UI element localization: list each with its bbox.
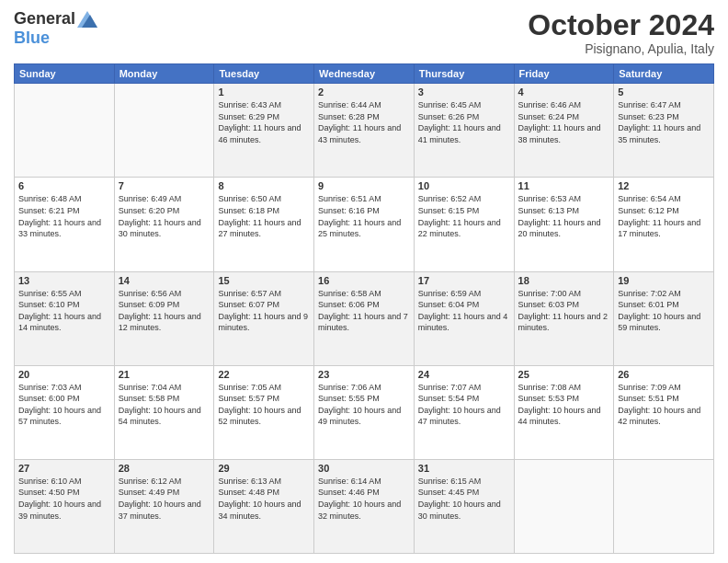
day-info: Sunrise: 6:10 AM Sunset: 4:50 PM Dayligh… (18, 476, 110, 522)
day-number: 21 (119, 369, 210, 380)
day-number: 17 (418, 275, 510, 286)
calendar-cell: 28Sunrise: 6:12 AM Sunset: 4:49 PM Dayli… (114, 459, 214, 553)
calendar-cell (114, 84, 214, 178)
day-number: 31 (418, 463, 510, 474)
calendar-cell: 16Sunrise: 6:58 AM Sunset: 6:06 PM Dayli… (314, 271, 415, 365)
day-number: 9 (318, 180, 410, 191)
day-number: 18 (518, 275, 610, 286)
calendar-cell: 24Sunrise: 7:07 AM Sunset: 5:54 PM Dayli… (414, 365, 514, 459)
calendar-table: SundayMondayTuesdayWednesdayThursdayFrid… (14, 63, 714, 554)
calendar-cell: 27Sunrise: 6:10 AM Sunset: 4:50 PM Dayli… (15, 459, 115, 553)
calendar-week-3: 13Sunrise: 6:55 AM Sunset: 6:10 PM Dayli… (15, 271, 714, 365)
calendar-cell (614, 459, 714, 553)
day-number: 10 (418, 180, 510, 191)
calendar-header-tuesday: Tuesday (214, 64, 314, 84)
day-number: 14 (119, 275, 210, 286)
day-number: 26 (618, 369, 710, 380)
calendar-header-monday: Monday (114, 64, 214, 84)
calendar-week-1: 1Sunrise: 6:43 AM Sunset: 6:29 PM Daylig… (15, 84, 714, 178)
calendar-week-2: 6Sunrise: 6:48 AM Sunset: 6:21 PM Daylig… (15, 178, 714, 271)
day-number: 23 (318, 369, 410, 380)
calendar-cell: 14Sunrise: 6:56 AM Sunset: 6:09 PM Dayli… (114, 271, 214, 365)
calendar-cell: 8Sunrise: 6:50 AM Sunset: 6:18 PM Daylig… (214, 178, 314, 271)
day-number: 25 (518, 369, 610, 380)
day-number: 12 (618, 180, 710, 191)
calendar-cell: 26Sunrise: 7:09 AM Sunset: 5:51 PM Dayli… (614, 365, 714, 459)
calendar-cell (514, 459, 614, 553)
month-title: October 2024 (528, 9, 714, 41)
calendar-cell: 19Sunrise: 7:02 AM Sunset: 6:01 PM Dayli… (614, 271, 714, 365)
day-number: 20 (18, 369, 110, 380)
day-info: Sunrise: 7:06 AM Sunset: 5:55 PM Dayligh… (318, 382, 410, 428)
calendar-cell: 21Sunrise: 7:04 AM Sunset: 5:58 PM Dayli… (114, 365, 214, 459)
calendar-header-sunday: Sunday (15, 64, 115, 84)
calendar-cell: 12Sunrise: 6:54 AM Sunset: 6:12 PM Dayli… (614, 178, 714, 271)
day-info: Sunrise: 6:48 AM Sunset: 6:21 PM Dayligh… (18, 193, 110, 239)
logo: General Blue (14, 9, 97, 48)
day-info: Sunrise: 6:46 AM Sunset: 6:24 PM Dayligh… (518, 99, 610, 145)
day-info: Sunrise: 7:09 AM Sunset: 5:51 PM Dayligh… (618, 382, 710, 428)
logo-blue-text: Blue (14, 29, 50, 48)
title-section: October 2024 Pisignano, Apulia, Italy (528, 9, 714, 56)
calendar-header-thursday: Thursday (414, 64, 514, 84)
calendar-week-5: 27Sunrise: 6:10 AM Sunset: 4:50 PM Dayli… (15, 459, 714, 553)
day-info: Sunrise: 6:52 AM Sunset: 6:15 PM Dayligh… (418, 193, 510, 239)
day-number: 22 (218, 369, 310, 380)
day-number: 1 (218, 86, 310, 98)
day-number: 27 (18, 463, 110, 474)
header: General Blue October 2024 Pisignano, Apu… (14, 9, 714, 56)
calendar-cell: 15Sunrise: 6:57 AM Sunset: 6:07 PM Dayli… (214, 271, 314, 365)
calendar-cell: 4Sunrise: 6:46 AM Sunset: 6:24 PM Daylig… (514, 84, 614, 178)
calendar-header-wednesday: Wednesday (314, 64, 415, 84)
day-number: 7 (119, 180, 210, 191)
calendar-cell: 31Sunrise: 6:15 AM Sunset: 4:45 PM Dayli… (414, 459, 514, 553)
calendar-cell: 20Sunrise: 7:03 AM Sunset: 6:00 PM Dayli… (15, 365, 115, 459)
calendar-cell: 11Sunrise: 6:53 AM Sunset: 6:13 PM Dayli… (514, 178, 614, 271)
calendar-header-friday: Friday (514, 64, 614, 84)
day-number: 19 (618, 275, 710, 286)
calendar-week-4: 20Sunrise: 7:03 AM Sunset: 6:00 PM Dayli… (15, 365, 714, 459)
day-info: Sunrise: 6:55 AM Sunset: 6:10 PM Dayligh… (18, 288, 110, 334)
day-info: Sunrise: 7:07 AM Sunset: 5:54 PM Dayligh… (418, 382, 510, 428)
day-number: 13 (18, 275, 110, 286)
day-info: Sunrise: 6:54 AM Sunset: 6:12 PM Dayligh… (618, 193, 710, 239)
calendar-cell: 29Sunrise: 6:13 AM Sunset: 4:48 PM Dayli… (214, 459, 314, 553)
calendar-cell: 9Sunrise: 6:51 AM Sunset: 6:16 PM Daylig… (314, 178, 415, 271)
calendar-cell (15, 84, 115, 178)
calendar-cell: 18Sunrise: 7:00 AM Sunset: 6:03 PM Dayli… (514, 271, 614, 365)
day-number: 29 (218, 463, 310, 474)
logo-general-text: General (14, 9, 75, 29)
day-info: Sunrise: 6:59 AM Sunset: 6:04 PM Dayligh… (418, 288, 510, 334)
day-info: Sunrise: 6:58 AM Sunset: 6:06 PM Dayligh… (318, 288, 410, 334)
calendar-cell: 13Sunrise: 6:55 AM Sunset: 6:10 PM Dayli… (15, 271, 115, 365)
day-info: Sunrise: 7:03 AM Sunset: 6:00 PM Dayligh… (18, 382, 110, 428)
day-info: Sunrise: 6:47 AM Sunset: 6:23 PM Dayligh… (618, 99, 710, 145)
day-number: 6 (18, 180, 110, 191)
day-number: 3 (418, 86, 510, 98)
day-number: 24 (418, 369, 510, 380)
calendar-cell: 7Sunrise: 6:49 AM Sunset: 6:20 PM Daylig… (114, 178, 214, 271)
day-number: 16 (318, 275, 410, 286)
day-info: Sunrise: 6:14 AM Sunset: 4:46 PM Dayligh… (318, 476, 410, 522)
day-info: Sunrise: 6:57 AM Sunset: 6:07 PM Dayligh… (218, 288, 310, 334)
calendar-cell: 6Sunrise: 6:48 AM Sunset: 6:21 PM Daylig… (15, 178, 115, 271)
calendar-cell: 2Sunrise: 6:44 AM Sunset: 6:28 PM Daylig… (314, 84, 415, 178)
day-info: Sunrise: 6:12 AM Sunset: 4:49 PM Dayligh… (119, 476, 210, 522)
logo-icon (77, 11, 97, 28)
day-info: Sunrise: 6:13 AM Sunset: 4:48 PM Dayligh… (218, 476, 310, 522)
day-info: Sunrise: 6:56 AM Sunset: 6:09 PM Dayligh… (119, 288, 210, 334)
day-info: Sunrise: 6:53 AM Sunset: 6:13 PM Dayligh… (518, 193, 610, 239)
day-info: Sunrise: 7:02 AM Sunset: 6:01 PM Dayligh… (618, 288, 710, 334)
day-info: Sunrise: 6:15 AM Sunset: 4:45 PM Dayligh… (418, 476, 510, 522)
calendar-cell: 3Sunrise: 6:45 AM Sunset: 6:26 PM Daylig… (414, 84, 514, 178)
page: General Blue October 2024 Pisignano, Apu… (0, 0, 728, 563)
day-number: 4 (518, 86, 610, 98)
calendar-cell: 1Sunrise: 6:43 AM Sunset: 6:29 PM Daylig… (214, 84, 314, 178)
calendar-cell: 30Sunrise: 6:14 AM Sunset: 4:46 PM Dayli… (314, 459, 415, 553)
day-number: 28 (119, 463, 210, 474)
day-number: 2 (318, 86, 410, 98)
day-number: 15 (218, 275, 310, 286)
day-info: Sunrise: 6:51 AM Sunset: 6:16 PM Dayligh… (318, 193, 410, 239)
day-number: 5 (618, 86, 710, 98)
calendar-cell: 10Sunrise: 6:52 AM Sunset: 6:15 PM Dayli… (414, 178, 514, 271)
